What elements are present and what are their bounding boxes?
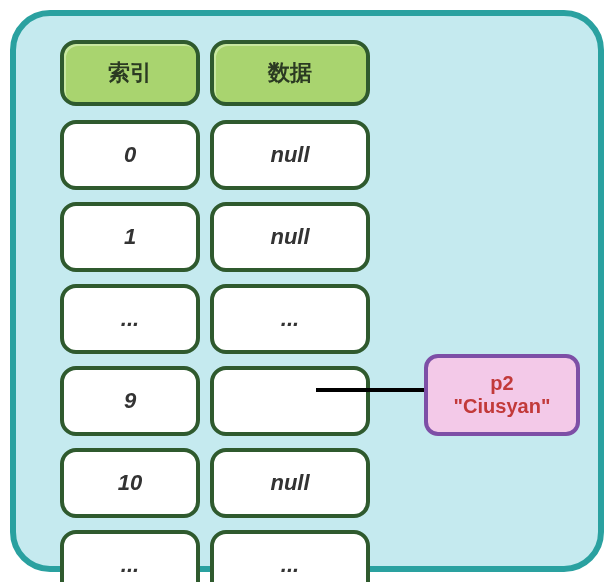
table-row: ... <box>60 284 200 354</box>
table-row: 1 <box>60 202 200 272</box>
table-row: ... <box>210 530 370 582</box>
index-header: 索引 <box>60 40 200 106</box>
pointer-name: p2 <box>490 372 513 395</box>
table-row: ... <box>210 284 370 354</box>
table-row <box>210 366 370 436</box>
table-row: 9 <box>60 366 200 436</box>
pointer-value: "Ciusyan" <box>454 395 551 418</box>
pointer-object: p2 "Ciusyan" <box>424 354 580 436</box>
index-column: 索引 0 1 ... 9 10 ... <box>60 40 200 582</box>
data-column: 数据 null null ... null ... <box>210 40 370 582</box>
table-row: null <box>210 202 370 272</box>
array-panel: 索引 0 1 ... 9 10 ... 数据 null null ... nul… <box>10 10 604 572</box>
table-row: ... <box>60 530 200 582</box>
data-header: 数据 <box>210 40 370 106</box>
table-row: 0 <box>60 120 200 190</box>
table-row: null <box>210 120 370 190</box>
table-row: 10 <box>60 448 200 518</box>
diagram-stage: 索引 0 1 ... 9 10 ... 数据 null null ... nul… <box>0 0 613 582</box>
table-row: null <box>210 448 370 518</box>
